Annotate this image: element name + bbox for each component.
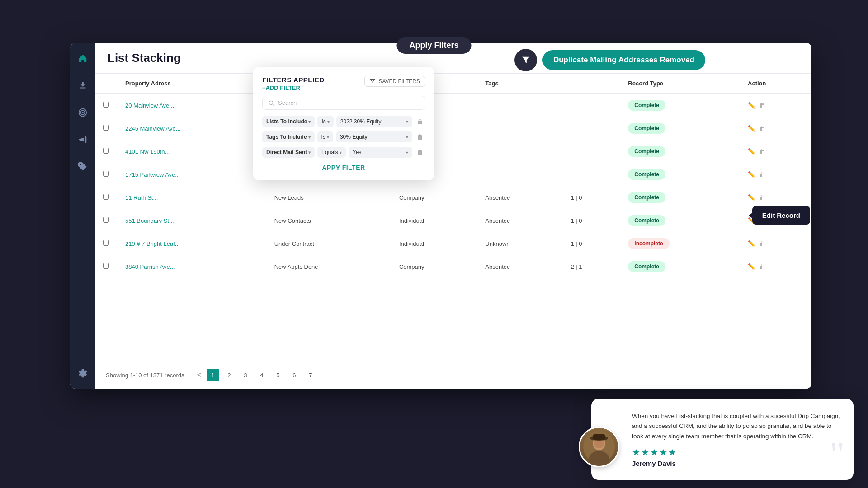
row-checkbox-2[interactable]: [95, 140, 117, 163]
sidebar-item-tag[interactable]: [75, 159, 91, 175]
page-2[interactable]: 2: [223, 369, 236, 381]
table-row: 1715 Parkview Ave... New Leads Complete …: [95, 163, 811, 186]
row-checkbox-1[interactable]: [95, 117, 117, 140]
filter-operator-3[interactable]: Equals ▾: [317, 147, 346, 158]
delete-icon-3[interactable]: 🗑: [759, 171, 765, 178]
filter-value-2[interactable]: 30% Equity ▾: [336, 131, 412, 142]
delete-icon-6[interactable]: 🗑: [759, 240, 765, 247]
page-7[interactable]: 7: [304, 369, 317, 381]
testimonial-card: When you have List-stacking that is coup…: [591, 399, 854, 480]
saved-filters-button[interactable]: SAVED FILTERS: [364, 76, 425, 87]
filter-label-tags[interactable]: Tags To Include ▾: [262, 131, 315, 142]
sidebar-item-target[interactable]: [75, 104, 91, 121]
apply-filters-text: Apply Filters: [409, 41, 458, 50]
table-wrapper: Property Adress In Leads Tags Record Typ…: [95, 74, 811, 361]
delete-icon-4[interactable]: 🗑: [759, 194, 765, 201]
row-address-6: 219 # 7 Bright Leaf...: [117, 232, 266, 255]
delete-icon-1[interactable]: 🗑: [759, 125, 765, 132]
row-counts-4: 1 | 0: [562, 186, 620, 209]
filter-label-mail[interactable]: Direct Mail Sent ▾: [262, 147, 315, 158]
row-address-2: 4101 Nw 190th...: [117, 140, 266, 163]
table-row: 551 Boundary St... New Contacts Individu…: [95, 209, 811, 232]
sidebar-item-download[interactable]: [75, 77, 91, 94]
page-1[interactable]: 1: [207, 369, 219, 381]
table-header-row: Property Adress In Leads Tags Record Typ…: [95, 74, 811, 94]
row-tags-4: Absentee: [477, 186, 562, 209]
row-actions-6: ✏️ 🗑: [740, 232, 811, 255]
col-record-type: Record Type: [620, 74, 740, 94]
page-6[interactable]: 6: [288, 369, 301, 381]
address-link-3[interactable]: 1715 Parkview Ave...: [125, 171, 180, 178]
apply-filter-button[interactable]: APPY FILTER: [322, 164, 365, 171]
row-checkbox-6[interactable]: [95, 232, 117, 255]
row-address-0: 20 Mainview Ave...: [117, 94, 266, 117]
delete-icon-2[interactable]: 🗑: [759, 148, 765, 155]
row-counts-2: [562, 140, 620, 163]
filter-value-3[interactable]: Yes ▾: [349, 147, 412, 158]
record-type-badge-3: Complete: [628, 169, 665, 180]
record-type-badge-7: Complete: [628, 261, 665, 272]
table-row: 4101 Nw 190th... New Leads Complete ✏️ 🗑: [95, 140, 811, 163]
edit-icon-2[interactable]: ✏️: [748, 148, 755, 155]
address-link-1[interactable]: 2245 Mainview Ave...: [125, 125, 181, 132]
record-type-badge-0: Complete: [628, 100, 665, 111]
page-prev[interactable]: <: [195, 371, 203, 379]
address-link-7[interactable]: 3840 Parrish Ave...: [125, 263, 175, 270]
row-checkbox-0[interactable]: [95, 94, 117, 117]
address-link-2[interactable]: 4101 Nw 190th...: [125, 148, 170, 155]
row-tags-6: Unknown: [477, 232, 562, 255]
row-record-type-4: Complete: [620, 186, 740, 209]
col-counts: [562, 74, 620, 94]
sidebar-item-home[interactable]: [75, 50, 91, 66]
edit-icon-3[interactable]: ✏️: [748, 171, 755, 178]
row-entity-4: Company: [391, 186, 477, 209]
filter-icon-button[interactable]: [514, 49, 537, 71]
table-row: 219 # 7 Bright Leaf... Under Contract In…: [95, 232, 811, 255]
filter-delete-1[interactable]: 🗑: [415, 117, 425, 126]
address-link-4[interactable]: 11 Ruth St...: [125, 194, 158, 201]
filter-row-1: Lists To Include ▾ Is ▾ 2022 30% Equity …: [262, 116, 425, 127]
row-actions-3: ✏️ 🗑: [740, 163, 811, 186]
table-row: 3840 Parrish Ave... New Appts Done Compa…: [95, 255, 811, 278]
page-3[interactable]: 3: [239, 369, 252, 381]
row-checkbox-4[interactable]: [95, 186, 117, 209]
filter-search-box[interactable]: Search: [262, 96, 425, 110]
row-counts-6: 1 | 0: [562, 232, 620, 255]
svg-point-3: [269, 101, 273, 104]
row-tags-2: [477, 140, 562, 163]
page-4[interactable]: 4: [255, 369, 268, 381]
edit-icon-7[interactable]: ✏️: [748, 263, 755, 270]
row-record-type-6: Incomplete: [620, 232, 740, 255]
row-actions-1: ✏️ 🗑: [740, 117, 811, 140]
row-entity-5: Individual: [391, 209, 477, 232]
row-checkbox-5[interactable]: [95, 209, 117, 232]
row-counts-5: 1 | 0: [562, 209, 620, 232]
sidebar-item-megaphone[interactable]: [75, 131, 91, 148]
edit-icon-1[interactable]: ✏️: [748, 125, 755, 132]
edit-icon-0[interactable]: ✏️: [748, 102, 755, 109]
row-status-5: New Contacts: [266, 209, 391, 232]
page-5[interactable]: 5: [272, 369, 284, 381]
address-link-5[interactable]: 551 Boundary St...: [125, 217, 174, 224]
filter-operator-1[interactable]: Is ▾: [317, 116, 333, 127]
row-checkbox-7[interactable]: [95, 255, 117, 278]
delete-icon-0[interactable]: 🗑: [759, 102, 765, 109]
sidebar-item-settings[interactable]: [75, 365, 91, 381]
edit-icon-6[interactable]: ✏️: [748, 240, 755, 247]
row-checkbox-3[interactable]: [95, 163, 117, 186]
pagination: Showing 1-10 of 1371 records < 1 2 3 4 5…: [95, 361, 811, 389]
delete-icon-7[interactable]: 🗑: [759, 263, 765, 270]
row-tags-3: [477, 163, 562, 186]
filter-operator-2[interactable]: Is ▾: [317, 131, 333, 142]
filter-label-lists[interactable]: Lists To Include ▾: [262, 116, 315, 127]
add-filter-link[interactable]: +ADD FILTER: [262, 84, 325, 91]
address-link-6[interactable]: 219 # 7 Bright Leaf...: [125, 240, 180, 247]
filter-delete-3[interactable]: 🗑: [415, 148, 425, 157]
filter-value-1[interactable]: 2022 30% Equity ▾: [336, 116, 412, 127]
row-actions-7: ✏️ 🗑: [740, 255, 811, 278]
filter-delete-2[interactable]: 🗑: [415, 132, 425, 141]
svg-point-2: [82, 112, 84, 113]
address-link-0[interactable]: 20 Mainview Ave...: [125, 102, 174, 109]
edit-icon-4[interactable]: ✏️: [748, 194, 755, 201]
pagination-info: Showing 1-10 of 1371 records: [106, 372, 184, 379]
